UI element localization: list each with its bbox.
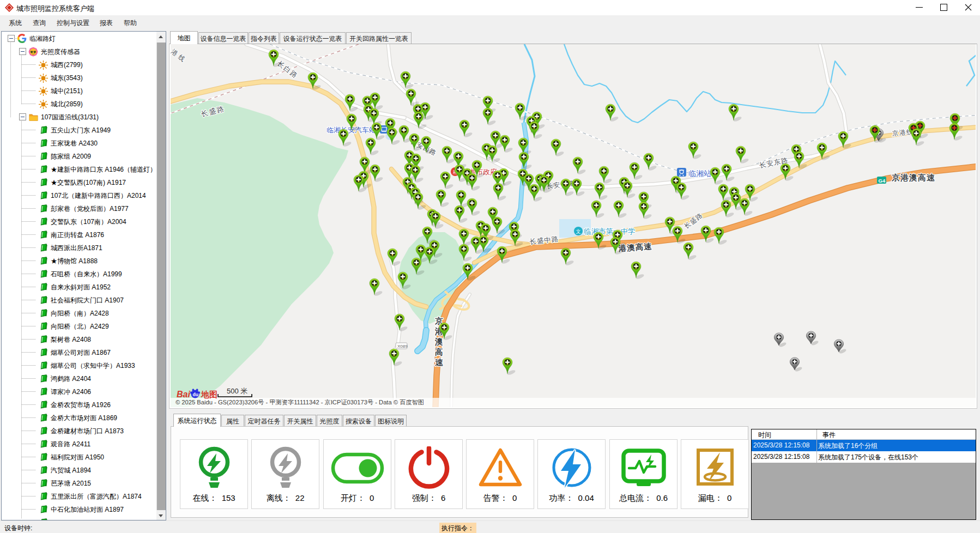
svg-text:du: du [193,392,198,397]
svg-text:Bai: Bai [177,390,190,399]
svg-text:G4: G4 [879,178,886,184]
svg-text:临湘市第一中学: 临湘市第一中学 [584,227,636,235]
svg-text:地图: 地图 [201,390,217,399]
svg-text:京港澳高速: 京港澳高速 [891,173,935,182]
svg-text:澳: 澳 [434,337,443,346]
svg-text:文: 文 [576,229,581,234]
svg-text:500 米: 500 米 [227,387,247,395]
svg-text:© 2025 Baidu - GS(2023)3206号 -: © 2025 Baidu - GS(2023)3206号 - 甲测资字11111… [176,399,424,405]
svg-text:速: 速 [435,358,444,367]
svg-text:X089: X089 [397,344,408,349]
svg-text:临湘站: 临湘站 [688,169,711,178]
svg-text:高: 高 [435,347,443,356]
